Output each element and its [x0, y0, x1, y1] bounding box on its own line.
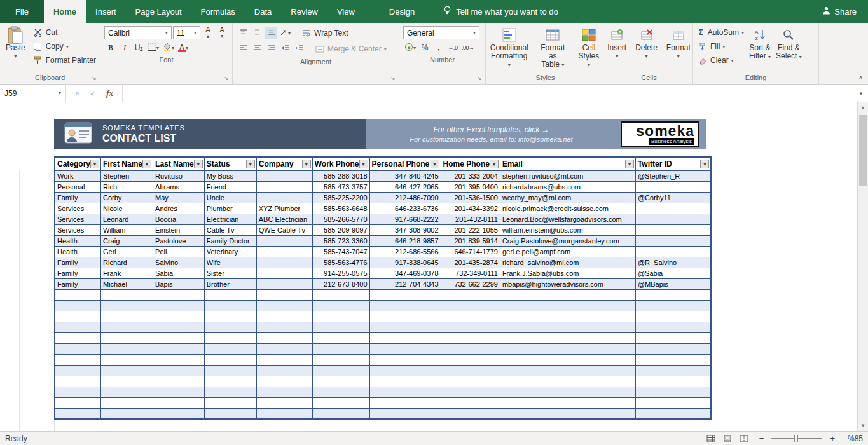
cell[interactable]	[101, 376, 153, 387]
cell[interactable]	[256, 235, 312, 246]
cell[interactable]: wcorby_may@ml.com	[500, 192, 635, 203]
cell[interactable]	[369, 354, 441, 365]
cell[interactable]	[500, 397, 635, 408]
cell[interactable]	[312, 332, 369, 343]
sort-filter-button[interactable]: AZ Sort & Filter ▾	[747, 25, 773, 73]
cell[interactable]: 347-308-9002	[369, 224, 441, 235]
cell[interactable]: Family	[55, 268, 101, 278]
increase-font-size-button[interactable]: A▴	[202, 27, 214, 39]
cell[interactable]: 585-563-4776	[312, 257, 369, 268]
cell[interactable]	[635, 289, 711, 300]
tab-page-layout[interactable]: Page Layout	[126, 0, 191, 23]
cell[interactable]	[441, 311, 500, 322]
cell[interactable]: 201-435-2874	[441, 257, 500, 268]
cell[interactable]	[153, 387, 205, 397]
cell[interactable]	[153, 365, 205, 376]
cell[interactable]: 201-434-3392	[441, 203, 500, 214]
cell[interactable]: nicole.primack@credit-suisse.com	[500, 203, 635, 214]
cell[interactable]	[153, 300, 205, 311]
filter-dropdown-button[interactable]: ▼	[625, 160, 634, 168]
cell[interactable]	[256, 300, 312, 311]
cell[interactable]	[101, 354, 153, 365]
cancel-icon[interactable]: ×	[75, 89, 79, 98]
fill-color-button[interactable]: ▾	[162, 41, 176, 54]
cell[interactable]	[101, 408, 153, 419]
cell[interactable]: Family	[55, 257, 101, 268]
tab-home[interactable]: Home	[44, 0, 86, 23]
cell[interactable]	[635, 397, 711, 408]
cell[interactable]: 732-662-2299	[441, 278, 500, 289]
cell[interactable]	[256, 343, 312, 354]
cell[interactable]	[204, 397, 256, 408]
cell[interactable]: Bapis	[153, 278, 205, 289]
cell[interactable]: Sister	[204, 268, 256, 278]
cell[interactable]	[204, 322, 256, 332]
filter-dropdown-button[interactable]: ▼	[359, 160, 368, 168]
cell[interactable]	[312, 365, 369, 376]
copy-button[interactable]: Copy ▾	[30, 39, 99, 53]
filter-dropdown-button[interactable]: ▼	[700, 160, 709, 168]
cell[interactable]	[256, 397, 312, 408]
cell[interactable]: 347-469-0378	[369, 268, 441, 278]
collapse-ribbon-icon[interactable]: ∧	[858, 74, 863, 81]
cell[interactable]	[500, 300, 635, 311]
tab-view[interactable]: View	[327, 0, 364, 23]
cell[interactable]: Boccia	[153, 214, 205, 224]
autosum-button[interactable]: Σ AutoSum ▾	[694, 25, 747, 39]
cell[interactable]: Family Doctor	[204, 235, 256, 246]
cell[interactable]	[55, 343, 101, 354]
cell[interactable]: 201-333-2004	[441, 170, 500, 181]
cell[interactable]	[256, 170, 312, 181]
cell[interactable]: 585-473-3757	[312, 181, 369, 192]
cell[interactable]	[204, 365, 256, 376]
cell[interactable]	[441, 354, 500, 365]
column-header-twitter-id[interactable]: Twitter ID▼	[635, 157, 711, 170]
tab-data[interactable]: Data	[245, 0, 281, 23]
cell[interactable]	[101, 365, 153, 376]
tab-insert[interactable]: Insert	[86, 0, 126, 23]
cell[interactable]	[153, 311, 205, 322]
cell[interactable]	[256, 192, 312, 203]
cell[interactable]	[55, 332, 101, 343]
cell[interactable]	[312, 289, 369, 300]
cell[interactable]	[635, 235, 711, 246]
cell[interactable]: Corby	[101, 192, 153, 203]
cell[interactable]	[153, 289, 205, 300]
font-name-combo[interactable]: Calibri ▾	[104, 26, 172, 39]
cell[interactable]: 201-839-5914	[441, 235, 500, 246]
cell[interactable]	[256, 332, 312, 343]
name-box[interactable]: J59 ▾	[0, 85, 66, 102]
cell[interactable]: Richard	[101, 257, 153, 268]
cell[interactable]	[204, 387, 256, 397]
cell[interactable]	[204, 332, 256, 343]
cell[interactable]	[441, 376, 500, 387]
cell[interactable]: 917-668-2222	[369, 214, 441, 224]
cell[interactable]	[500, 311, 635, 322]
cell[interactable]: 646-233-6736	[369, 203, 441, 214]
cell[interactable]: Frank.J.Sabia@ubs.com	[500, 268, 635, 278]
insert-cells-button[interactable]: Insert ▾	[605, 25, 629, 73]
cell[interactable]	[635, 181, 711, 192]
cell[interactable]	[101, 397, 153, 408]
cell[interactable]: Nicole	[101, 203, 153, 214]
page-layout-view-button[interactable]	[720, 433, 735, 444]
cell[interactable]: 585-209-9097	[312, 224, 369, 235]
cell[interactable]	[441, 408, 500, 419]
cell[interactable]	[204, 376, 256, 387]
conditional-formatting-button[interactable]: Conditional Formatting ▾	[487, 25, 532, 73]
cell[interactable]	[153, 332, 205, 343]
cell[interactable]	[204, 354, 256, 365]
cell[interactable]	[635, 322, 711, 332]
cell[interactable]	[153, 354, 205, 365]
cell[interactable]	[256, 408, 312, 419]
cell[interactable]	[500, 322, 635, 332]
cell[interactable]	[55, 289, 101, 300]
cell[interactable]	[441, 289, 500, 300]
cell-styles-button[interactable]: Cell Styles ▾	[574, 25, 603, 73]
cell[interactable]	[635, 332, 711, 343]
cell[interactable]	[635, 311, 711, 322]
fill-button[interactable]: Fill ▾	[694, 39, 747, 53]
cell[interactable]	[101, 300, 153, 311]
cell[interactable]	[369, 408, 441, 419]
cell[interactable]: Frank	[101, 268, 153, 278]
